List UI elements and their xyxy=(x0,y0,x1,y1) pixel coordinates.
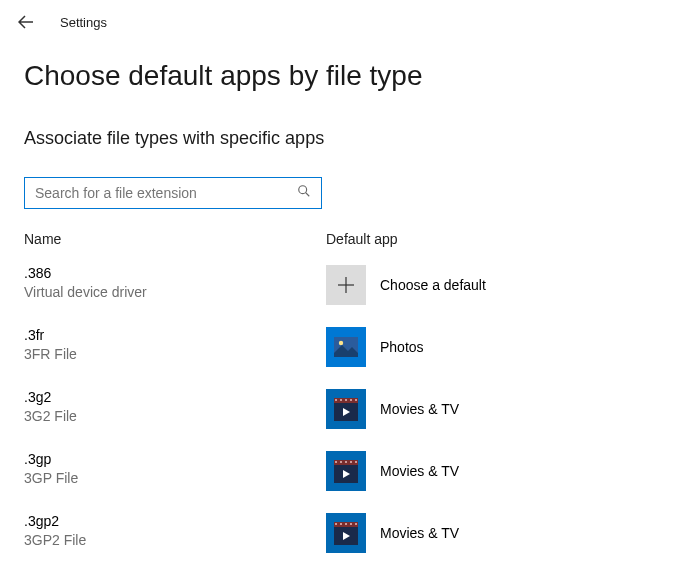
file-extension: .3fr xyxy=(24,327,326,343)
page-title: Choose default apps by file type xyxy=(24,60,695,92)
plus-icon xyxy=(326,265,366,305)
default-app-button[interactable]: Choose a default xyxy=(326,265,486,305)
page-subtitle: Associate file types with specific apps xyxy=(24,128,695,149)
file-description: Virtual device driver xyxy=(24,284,326,300)
file-type-cell: .386 Virtual device driver xyxy=(24,265,326,300)
file-type-cell: .3gp2 3GP2 File xyxy=(24,513,326,548)
file-description: 3GP2 File xyxy=(24,532,326,548)
file-extension: .3gp2 xyxy=(24,513,326,529)
default-app-button[interactable]: Movies & TV xyxy=(326,513,459,553)
arrow-left-icon xyxy=(18,14,34,30)
file-type-cell: .3g2 3G2 File xyxy=(24,389,326,424)
table-row: .3gp 3GP File Movies & TV xyxy=(24,451,695,491)
app-label: Movies & TV xyxy=(380,401,459,417)
app-label: Choose a default xyxy=(380,277,486,293)
search-icon xyxy=(297,184,311,202)
column-header-name: Name xyxy=(24,231,326,247)
table-row: .386 Virtual device driver Choose a defa… xyxy=(24,265,695,305)
back-button[interactable] xyxy=(16,12,36,32)
movies-tv-icon xyxy=(326,389,366,429)
table-row: .3fr 3FR File Photos xyxy=(24,327,695,367)
column-header-app: Default app xyxy=(326,231,398,247)
svg-point-5 xyxy=(339,341,343,345)
file-description: 3FR File xyxy=(24,346,326,362)
movies-tv-icon xyxy=(326,451,366,491)
columns-header: Name Default app xyxy=(24,231,695,247)
content-area: Choose default apps by file type Associa… xyxy=(0,40,695,553)
svg-line-1 xyxy=(306,193,310,197)
file-extension: .3g2 xyxy=(24,389,326,405)
app-label: Movies & TV xyxy=(380,525,459,541)
file-type-cell: .3fr 3FR File xyxy=(24,327,326,362)
table-row: .3g2 3G2 File Movies & TV xyxy=(24,389,695,429)
default-app-button[interactable]: Movies & TV xyxy=(326,451,459,491)
photos-icon xyxy=(326,327,366,367)
search-box[interactable] xyxy=(24,177,322,209)
default-app-button[interactable]: Movies & TV xyxy=(326,389,459,429)
file-description: 3G2 File xyxy=(24,408,326,424)
file-extension: .386 xyxy=(24,265,326,281)
table-row: .3gp2 3GP2 File Movies & TV xyxy=(24,513,695,553)
app-label: Photos xyxy=(380,339,424,355)
file-type-cell: .3gp 3GP File xyxy=(24,451,326,486)
header-title: Settings xyxy=(60,15,107,30)
file-extension: .3gp xyxy=(24,451,326,467)
app-label: Movies & TV xyxy=(380,463,459,479)
default-app-button[interactable]: Photos xyxy=(326,327,424,367)
svg-point-0 xyxy=(299,186,307,194)
file-description: 3GP File xyxy=(24,470,326,486)
header-bar: Settings xyxy=(0,0,695,40)
search-input[interactable] xyxy=(35,185,297,201)
movies-tv-icon xyxy=(326,513,366,553)
